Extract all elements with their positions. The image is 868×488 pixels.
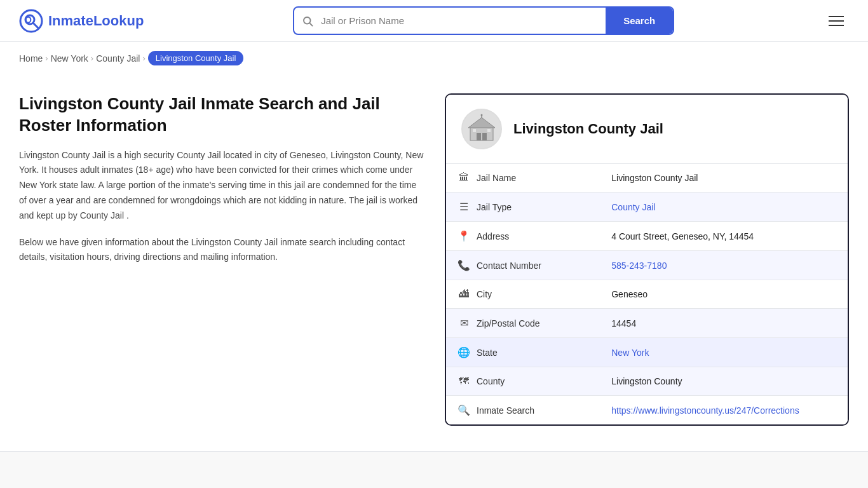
info-table: 🏛 Jail Name Livingston County Jail ☰ Jai… — [446, 163, 848, 424]
info-value-2: 4 Court Street, Geneseo, NY, 14454 — [600, 222, 848, 251]
row-label-4: City — [477, 289, 492, 299]
svg-rect-10 — [473, 129, 476, 132]
svg-text:Q: Q — [25, 15, 32, 25]
info-value-4: Geneseo — [600, 280, 848, 309]
search-wrapper: Search — [293, 6, 674, 35]
svg-rect-8 — [477, 133, 481, 140]
row-icon-0: 🏛 — [458, 172, 470, 184]
row-label-8: Inmate Search — [477, 405, 534, 416]
row-icon-4: 🏙 — [458, 288, 470, 300]
breadcrumb-sep-2: › — [91, 53, 93, 63]
info-label-0: 🏛 Jail Name — [446, 164, 600, 193]
info-value-3[interactable]: 585-243-7180 — [600, 251, 848, 280]
search-button[interactable]: Search — [606, 8, 673, 34]
description-2: Below we have given information about th… — [19, 235, 426, 266]
info-label-7: 🗺 County — [446, 367, 600, 396]
info-value-7: Livingston County — [600, 367, 848, 396]
footer — [0, 451, 868, 488]
breadcrumb-sep-3: › — [142, 53, 145, 63]
right-column: Livingston County Jail 🏛 Jail Name Livin… — [445, 93, 849, 426]
search-area: Search — [293, 6, 674, 35]
info-label-1: ☰ Jail Type — [446, 193, 600, 222]
page-title: Livingston County Jail Inmate Search and… — [19, 93, 426, 137]
breadcrumb-state[interactable]: New York — [51, 53, 88, 64]
info-link-6[interactable]: New York — [611, 348, 649, 358]
row-label-7: County — [477, 376, 505, 386]
breadcrumb-type[interactable]: County Jail — [96, 53, 140, 64]
info-link-1[interactable]: County Jail — [611, 202, 655, 212]
logo-icon: Q — [19, 9, 43, 33]
jail-card-header: Livingston County Jail — [446, 95, 848, 163]
row-label-6: State — [477, 348, 498, 358]
info-value-1[interactable]: County Jail — [600, 193, 848, 222]
row-icon-6: 🌐 — [458, 346, 470, 358]
info-value-6[interactable]: New York — [600, 338, 848, 367]
svg-rect-6 — [470, 126, 493, 140]
breadcrumb-current: Livingston County Jail — [148, 51, 243, 65]
svg-rect-11 — [487, 129, 491, 132]
building-icon — [466, 114, 497, 144]
svg-rect-9 — [482, 133, 487, 140]
breadcrumb-sep-1: › — [45, 53, 48, 63]
row-label-5: Zip/Postal Code — [477, 318, 540, 329]
info-label-8: 🔍 Inmate Search — [446, 396, 600, 425]
jail-card: Livingston County Jail 🏛 Jail Name Livin… — [445, 93, 849, 426]
jail-card-title: Livingston County Jail — [513, 121, 663, 137]
info-link-8[interactable]: https://www.livingstoncounty.us/247/Corr… — [611, 405, 799, 416]
search-icon — [294, 15, 321, 27]
row-icon-3: 📞 — [458, 259, 470, 271]
row-label-1: Jail Type — [477, 202, 512, 212]
svg-line-2 — [33, 23, 38, 28]
svg-marker-7 — [468, 118, 495, 128]
info-label-4: 🏙 City — [446, 280, 600, 309]
description-1: Livingston County Jail is a high securit… — [19, 148, 426, 224]
svg-point-13 — [481, 114, 483, 116]
row-icon-7: 🗺 — [458, 376, 470, 387]
breadcrumb-home[interactable]: Home — [19, 53, 43, 64]
info-value-5: 14454 — [600, 309, 848, 338]
row-label-3: Contact Number — [477, 261, 541, 271]
info-label-2: 📍 Address — [446, 222, 600, 251]
info-label-5: ✉ Zip/Postal Code — [446, 309, 600, 338]
logo-text: InmateLookup — [48, 13, 144, 29]
row-label-2: Address — [477, 231, 509, 241]
row-label-0: Jail Name — [477, 173, 516, 183]
logo[interactable]: Q InmateLookup — [19, 9, 144, 33]
breadcrumb: Home › New York › County Jail › Livingst… — [0, 42, 868, 74]
header: Q InmateLookup Search — [0, 0, 868, 42]
left-column: Livingston County Jail Inmate Search and… — [19, 93, 426, 276]
row-icon-2: 📍 — [458, 230, 470, 242]
jail-avatar — [461, 109, 502, 149]
search-input[interactable] — [321, 8, 606, 34]
info-link-3[interactable]: 585-243-7180 — [611, 261, 667, 271]
menu-button[interactable] — [824, 11, 849, 31]
main-content: Livingston County Jail Inmate Search and… — [0, 74, 868, 451]
info-label-6: 🌐 State — [446, 338, 600, 367]
row-icon-8: 🔍 — [458, 404, 470, 416]
info-label-3: 📞 Contact Number — [446, 251, 600, 280]
info-value-8[interactable]: https://www.livingstoncounty.us/247/Corr… — [600, 396, 848, 425]
svg-line-5 — [310, 23, 313, 25]
row-icon-5: ✉ — [458, 317, 470, 329]
info-value-0: Livingston County Jail — [600, 164, 848, 193]
row-icon-1: ☰ — [458, 201, 470, 213]
